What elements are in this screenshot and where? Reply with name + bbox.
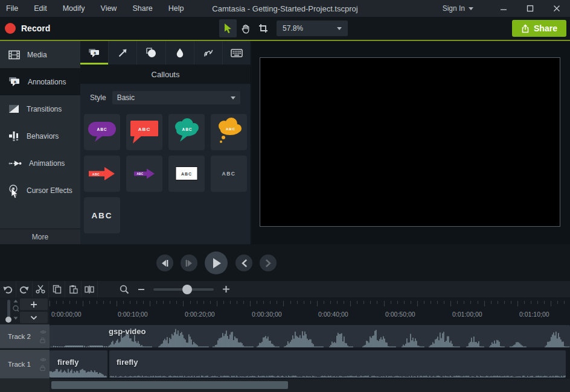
- track-height-slider[interactable]: [7, 300, 10, 318]
- timeline-zoom-knob[interactable]: [182, 285, 192, 294]
- timeline: 0:00:00;00 0:00:10;00 0:00:20;00 0:00:30…: [0, 297, 570, 392]
- tab-sketch-motion[interactable]: [194, 41, 223, 65]
- canvas-zoom-dropdown[interactable]: 57.8%: [277, 21, 348, 36]
- pan-tool-button[interactable]: [237, 19, 254, 37]
- play-icon: [211, 258, 222, 269]
- more-label: More: [32, 233, 48, 241]
- add-track-button[interactable]: [20, 299, 48, 310]
- tab-keystroke[interactable]: [223, 41, 251, 65]
- clip-firefly-1[interactable]: firefly: [50, 350, 107, 378]
- timeline-ruler[interactable]: 0:00:00;00 0:00:10;00 0:00:20;00 0:00:30…: [50, 297, 570, 324]
- sidebar-item-label: Animations: [29, 159, 65, 168]
- track-1-header[interactable]: Track 1: [0, 350, 50, 379]
- sign-in-menu[interactable]: Sign In: [443, 4, 473, 13]
- chevron-left-icon: [242, 259, 247, 267]
- sidebar-item-label: Annotations: [28, 78, 66, 86]
- eye-icon[interactable]: [40, 330, 46, 334]
- menu-share[interactable]: Share: [132, 4, 152, 13]
- clip-gsp-video[interactable]: gsp-video: [50, 325, 570, 347]
- arrow-tab-icon: [118, 48, 127, 58]
- redo-icon: [19, 285, 29, 294]
- jump-forward-button[interactable]: [260, 254, 277, 271]
- callout-thought-cloud[interactable]: ABC: [211, 114, 247, 150]
- tab-blur[interactable]: [166, 41, 194, 65]
- minimize-button[interactable]: [490, 0, 517, 17]
- callout-large-text[interactable]: ABC: [84, 197, 120, 233]
- video-canvas[interactable]: [260, 57, 560, 227]
- sidebar-item-annotations[interactable]: a Annotations: [0, 68, 80, 95]
- timeline-zoom-slider[interactable]: [153, 288, 214, 291]
- callout-purple-arrow[interactable]: ABC: [126, 156, 162, 192]
- tab-arrows[interactable]: [109, 41, 137, 65]
- zoom-in-button[interactable]: [222, 285, 230, 293]
- record-toolbar: Record 57.8% Share: [0, 17, 570, 40]
- track-height-knob[interactable]: [5, 317, 11, 323]
- menu-modify[interactable]: Modify: [63, 4, 85, 13]
- split-button[interactable]: [82, 281, 98, 297]
- sidebar-item-transitions[interactable]: Transitions: [0, 95, 80, 122]
- select-tool-button[interactable]: [219, 19, 237, 37]
- svg-text:a: a: [94, 50, 96, 54]
- eye-icon[interactable]: [40, 358, 46, 362]
- chevron-down-icon: [231, 96, 235, 100]
- callout-plain-text[interactable]: ABC: [211, 156, 247, 192]
- tab-shapes[interactable]: [137, 41, 165, 65]
- record-label: Record: [21, 24, 50, 33]
- sidebar-more-button[interactable]: More: [0, 229, 80, 244]
- play-button[interactable]: [205, 251, 228, 274]
- track-options-button[interactable]: [20, 312, 48, 323]
- scrollbar-thumb[interactable]: [51, 381, 288, 389]
- playback-bar: Properties: [0, 244, 570, 281]
- crop-tool-button[interactable]: [254, 19, 272, 37]
- timeline-hscrollbar[interactable]: [0, 379, 570, 392]
- scissors-icon: [36, 285, 45, 294]
- canvas-zoom-value: 57.8%: [283, 24, 303, 33]
- style-dropdown[interactable]: Basic: [112, 91, 240, 104]
- scrollbar-corner: [0, 379, 50, 392]
- menu-view[interactable]: View: [101, 4, 117, 13]
- callout-text: ABC: [92, 172, 100, 176]
- ruler-label: 0:00:10;00: [118, 311, 148, 318]
- callout-rect-bubble[interactable]: ABC: [126, 114, 162, 150]
- share-button[interactable]: Share: [512, 20, 566, 37]
- menu-file[interactable]: File: [6, 4, 18, 13]
- track-2-header[interactable]: Track 2: [0, 324, 50, 349]
- lock-icon[interactable]: [40, 365, 45, 371]
- track-row-2: Track 2 gsp-video: [0, 324, 570, 349]
- callout-rounded-bubble[interactable]: ABC: [84, 114, 120, 150]
- undo-button[interactable]: [0, 281, 16, 297]
- callout-cloud-bubble[interactable]: ABC: [168, 114, 205, 150]
- sidebar-item-label: Media: [27, 51, 47, 59]
- sidebar-item-media[interactable]: Media: [0, 41, 80, 68]
- copy-button[interactable]: [49, 281, 65, 297]
- media-icon: [8, 50, 20, 60]
- callout-text: ABC: [222, 171, 236, 177]
- paste-button[interactable]: [65, 281, 82, 297]
- cut-button[interactable]: [33, 281, 49, 297]
- callout-text: ABC: [181, 172, 192, 176]
- tab-callouts[interactable]: a: [80, 41, 109, 65]
- callout-red-arrow[interactable]: ABC: [84, 156, 120, 192]
- close-button[interactable]: [543, 0, 570, 17]
- record-button[interactable]: Record: [5, 17, 50, 40]
- clip-firefly-2[interactable]: firefly: [109, 350, 566, 378]
- maximize-button[interactable]: [517, 0, 543, 17]
- next-frame-button[interactable]: [181, 254, 197, 271]
- callout-white-rect[interactable]: ABC: [168, 156, 205, 192]
- hand-icon: [240, 24, 251, 34]
- menu-edit[interactable]: Edit: [34, 4, 47, 13]
- ruler-label: 0:00:00;00: [51, 311, 82, 318]
- prev-frame-button[interactable]: [156, 254, 173, 271]
- style-value: Basic: [117, 93, 135, 102]
- timeline-corner: [0, 297, 50, 324]
- sidebar-item-label: Transitions: [27, 105, 62, 113]
- sidebar-item-behaviors[interactable]: Behaviors: [0, 122, 80, 150]
- lock-icon[interactable]: [40, 337, 45, 343]
- callout-text: ABC: [136, 172, 143, 175]
- redo-button[interactable]: [16, 281, 33, 297]
- sidebar-item-animations[interactable]: Animations: [0, 150, 80, 177]
- zoom-out-button[interactable]: [138, 286, 145, 293]
- jump-back-button[interactable]: [235, 254, 252, 271]
- animations-icon: [8, 160, 22, 167]
- menu-help[interactable]: Help: [168, 4, 184, 13]
